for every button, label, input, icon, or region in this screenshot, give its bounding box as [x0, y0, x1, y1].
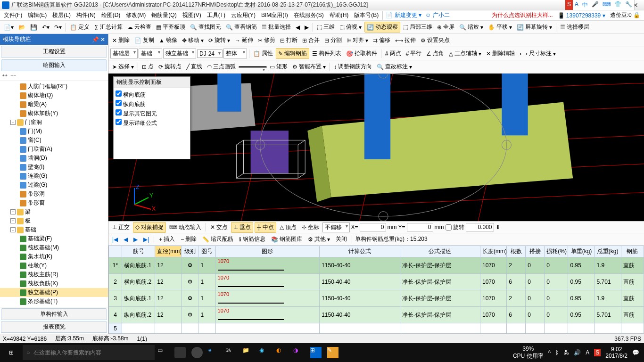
col-header[interactable]: 计算公式	[320, 246, 400, 257]
col-header[interactable]: 级别	[182, 246, 198, 257]
tree-item[interactable]: 独立基础(P)	[0, 288, 108, 297]
batch-button[interactable]: ☰ 批量选择	[260, 22, 293, 32]
menu-item[interactable]: 编辑(E)	[25, 11, 50, 19]
menu-item[interactable]: 工具(T)	[204, 11, 228, 19]
move-button[interactable]: ✥ 移动 ▾	[180, 35, 206, 45]
taskview-icon[interactable]: ▭	[157, 347, 169, 358]
osnap-button[interactable]: ◇ 对象捕捉	[133, 222, 166, 233]
explorer-icon[interactable]: 📁	[242, 347, 254, 358]
tree-item[interactable]: 柱墩(Y)	[0, 261, 108, 270]
redo-button[interactable]: ↷▾	[52, 23, 64, 32]
align-button[interactable]: ⊫ 对齐 ▾	[345, 35, 370, 45]
phone-label[interactable]: 📱 13907298339 ▾	[556, 12, 607, 19]
display-option[interactable]: 显示其它图元	[116, 109, 188, 118]
tree-item[interactable]: 条形基础(T)	[0, 297, 108, 306]
tree-expander[interactable]: -	[10, 120, 16, 125]
tree-expander[interactable]: -	[10, 227, 16, 232]
tree-item[interactable]: 筏板基础(M)	[0, 243, 108, 252]
stretch-button[interactable]: ⟷ 拉伸	[393, 35, 418, 45]
system-tray[interactable]: 39%CPU 使用率 ^ ᛒ 🖧 🔊 A S 9:022017/8/2 💬	[508, 346, 644, 360]
tree-item[interactable]: 筏板主筋(R)	[0, 270, 108, 279]
col-header[interactable]: 公式描述	[400, 246, 480, 257]
tray-notif-icon[interactable]: 💬	[632, 349, 639, 356]
perp-button[interactable]: ⊥ 垂点	[231, 222, 253, 233]
col-header[interactable]: 钢筋	[621, 246, 644, 257]
threept-button[interactable]: △ 三点辅轴 ▾	[447, 49, 483, 58]
prev-button[interactable]: ◀	[294, 23, 302, 32]
app-icon-5[interactable]: ◑	[293, 347, 305, 358]
flat-button[interactable]: ▦ 平齐板顶	[154, 22, 187, 32]
xiaoer-link[interactable]: ☺ 广小二	[423, 11, 452, 19]
component-tree[interactable]: 人防门框墙(RF)砌体墙(Q)暗梁(A)砌体加筋(Y)-门窗洞门(M)窗(C)门…	[0, 81, 108, 307]
menu-item[interactable]: 修改(M)	[123, 11, 149, 19]
edge-icon[interactable]: e	[208, 347, 220, 358]
sum-button[interactable]: ∑ 汇总计算	[92, 22, 124, 32]
first-button[interactable]: |◀	[110, 235, 120, 244]
new-change-link[interactable]: 📄 新建变更 ▾	[384, 11, 423, 19]
insert-row-button[interactable]: + 插入	[157, 234, 177, 244]
tree-expander[interactable]: +	[10, 218, 16, 223]
rotpoint-button[interactable]: ⟳ 旋转点	[157, 62, 183, 72]
col-header[interactable]: 图形	[215, 246, 320, 257]
menu-item[interactable]: 视图(V)	[180, 11, 204, 19]
tree-item[interactable]: 砌体加筋(Y)	[0, 109, 108, 118]
rebar-lib-button[interactable]: 📚 钢筋图库	[269, 234, 304, 244]
col-header[interactable]: 直径(mm)	[155, 246, 182, 257]
expand-icon[interactable]: ⁺⁺	[2, 73, 8, 80]
menu-item[interactable]: BIM应用(I)	[258, 11, 291, 19]
rebar-grid[interactable]: 筋号直径(mm)级别图号图形计算公式公式描述长度(mm)根数搭接损耗(%)单重(…	[108, 246, 644, 334]
tree-expander[interactable]: +	[10, 209, 16, 214]
display-option[interactable]: 横向底筋	[116, 90, 188, 99]
component-dropdown[interactable]: DJ-24	[197, 49, 223, 58]
arc3-button[interactable]: ◠ 三点画弧	[205, 62, 238, 72]
tree-item[interactable]: 门(M)	[0, 127, 108, 136]
rebar-info-button[interactable]: ℹ 钢筋信息	[237, 234, 267, 244]
split-button[interactable]: ⊟ 分割	[322, 35, 344, 45]
parallel-button[interactable]: # 平行	[404, 49, 424, 58]
tree-item[interactable]: 窗(C)	[0, 136, 108, 145]
app-icon-6[interactable]: ⊞	[310, 347, 322, 358]
ime-toolbar[interactable]: S A 中 🎤 ⌨ 👕 🔧	[565, 0, 635, 10]
menu-item[interactable]: 版本号(B)	[351, 11, 381, 19]
tree-item[interactable]: 砌体墙(Q)	[0, 91, 108, 100]
other-button[interactable]: ⚙ 其他 ▾	[306, 234, 332, 244]
table-row[interactable]: 2横向底筋.212Φ110701150-40-40净长-保护层-保护层10706…	[109, 274, 644, 290]
tree-item[interactable]: -门窗洞	[0, 118, 108, 127]
tree-item[interactable]: 门联窗(A)	[0, 145, 108, 154]
ime-cn[interactable]: 中	[580, 0, 590, 10]
sidebar-pin-icon[interactable]: 📌	[92, 36, 99, 43]
rebar-display-panel[interactable]: 钢筋显示控制面板 横向底筋 纵向底筋 显示其它图元 显示详细公式	[113, 76, 190, 159]
delete-button[interactable]: ✕ 删除	[110, 35, 132, 45]
3d-viewport[interactable]: Z Y X 钢筋显示控制面板 横向底筋 纵向底筋 显示其它图元 显示详细公式	[108, 74, 644, 221]
tree-item[interactable]: 基础梁(F)	[0, 234, 108, 243]
ime-kbd[interactable]: ⌨	[601, 0, 612, 10]
editmark-button[interactable]: 🔍 查改标注 ▾	[375, 62, 414, 72]
property-button[interactable]: 📋 属性	[251, 49, 275, 58]
prev-rec-button[interactable]: ◀	[122, 235, 130, 244]
tab-draw-input[interactable]: 绘图输入	[1, 59, 107, 71]
search-box[interactable]: ○ 在这里输入你要搜索的内容	[23, 345, 155, 360]
tray-ime-icon[interactable]: S	[594, 349, 601, 356]
tree-item[interactable]: 墙洞(D)	[0, 154, 108, 163]
next-rec-button[interactable]: ▶	[132, 235, 140, 244]
local3d-button[interactable]: ⬚ 局部三维	[401, 22, 434, 32]
menu-item[interactable]: 云应用(Y)	[228, 11, 258, 19]
tree-item[interactable]: 人防门框墙(RF)	[0, 82, 108, 91]
aerial-button[interactable]: ⬚ 俯视 ▾	[338, 22, 363, 32]
app-icon-3[interactable]: ◉	[259, 347, 271, 358]
trim-button[interactable]: ✂ 修剪	[256, 35, 277, 45]
tree-item[interactable]: 带形窗	[0, 198, 108, 207]
selfloor-button[interactable]: ☰ 选择楼层	[558, 22, 591, 32]
app-icon-1[interactable]	[174, 347, 186, 358]
ime-skin[interactable]: 👕	[612, 0, 623, 10]
smart-button[interactable]: ⚙ 智能布置 ▾	[290, 62, 328, 72]
last-button[interactable]: ▶|	[141, 235, 151, 244]
dynin-button[interactable]: ⌨ 动态输入	[167, 222, 203, 232]
find-button[interactable]: 🔍 查找图元	[188, 22, 223, 32]
twopoint-button[interactable]: # 两点	[383, 49, 403, 58]
undo-button[interactable]: ↶▾	[40, 23, 51, 32]
save-button[interactable]: 💾	[28, 23, 39, 32]
display-option[interactable]: 纵向底筋	[116, 99, 188, 109]
tree-item[interactable]: 暗梁(A)	[0, 100, 108, 109]
ime-tool[interactable]: 🔧	[623, 0, 634, 10]
